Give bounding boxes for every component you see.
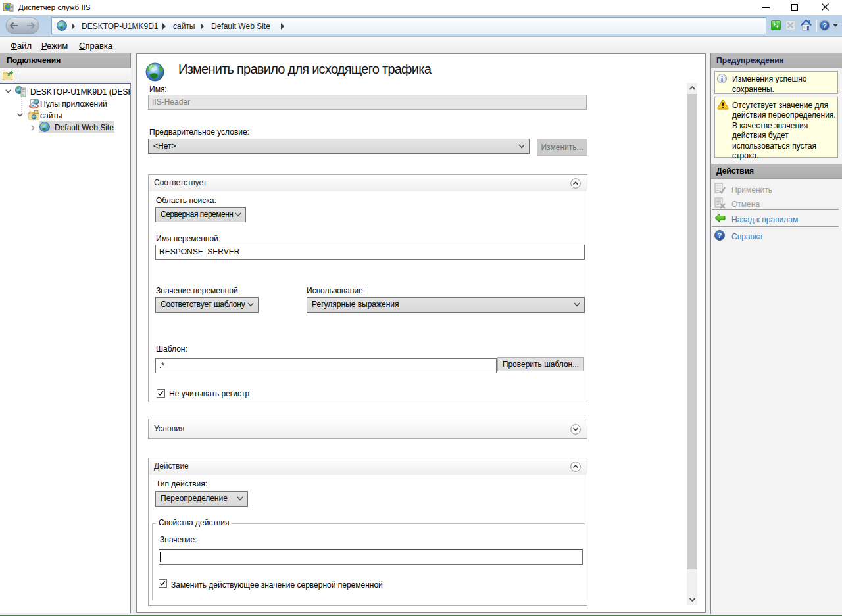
svg-text:?: ? [822,22,827,30]
svg-text:?: ? [718,231,722,239]
